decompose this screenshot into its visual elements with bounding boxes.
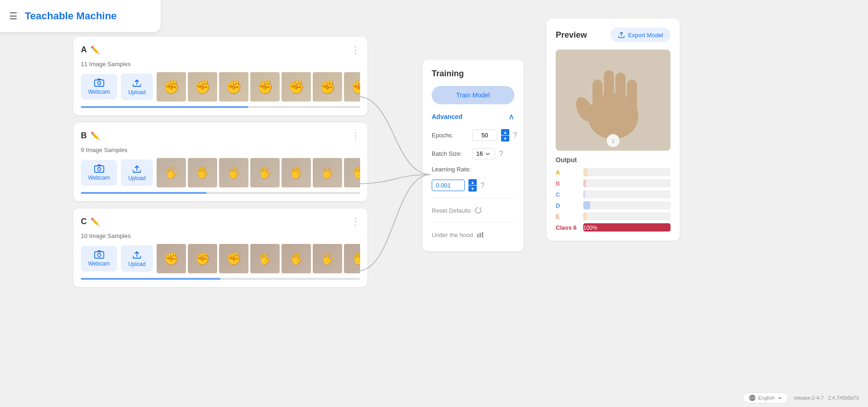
output-bar-d	[583, 201, 590, 209]
thumb-c-6: 🖐	[313, 244, 342, 273]
preview-image-area: ↓	[556, 50, 671, 151]
svg-rect-0	[95, 80, 104, 86]
class-a-actions: Webcam Upload ✊ ✊ ✊ ✊ ✊ ✊ ✊	[81, 72, 360, 102]
class-c-progress-bar	[81, 278, 360, 280]
class-a-more-icon[interactable]: ⋮	[351, 44, 360, 55]
language-selector[interactable]: English	[743, 392, 788, 403]
class-b-header: B ✏️ ⋮	[81, 130, 360, 141]
learning-rate-row: Learning Rate:	[432, 166, 514, 173]
batch-size-value: 16	[476, 150, 483, 157]
output-bar-b	[583, 179, 586, 187]
class-c-edit-icon[interactable]: ✏️	[90, 217, 100, 226]
svg-rect-10	[592, 79, 603, 116]
epochs-help-icon[interactable]: ?	[513, 131, 517, 140]
output-bar-container-b	[583, 179, 671, 187]
class-b-actions: Webcam Upload 🖐 🖐 🖐 🖐 🖐 🖐 🖐	[81, 158, 360, 187]
class-c-upload-button[interactable]: Upload	[121, 245, 153, 272]
thumb-b-4: 🖐	[250, 158, 280, 187]
download-arrow-icon: ↓	[607, 134, 620, 147]
hamburger-icon[interactable]: ☰	[9, 11, 17, 22]
thumb-c-5: 🖐	[282, 244, 311, 273]
header: ☰ Teachable Machine	[0, 0, 161, 32]
thumb-b-7: 🖐	[344, 158, 360, 187]
class-b-name-area: B ✏️	[81, 131, 100, 141]
learning-rate-input[interactable]	[432, 180, 465, 191]
class-a-name-area: A ✏️	[81, 45, 100, 55]
output-row-a: A	[556, 168, 671, 176]
class-a-upload-button[interactable]: Upload	[121, 73, 153, 100]
output-bar-c	[583, 190, 585, 198]
output-label-a: A	[556, 169, 579, 176]
learning-rate-label: Learning Rate:	[432, 166, 471, 173]
thumb-b-6: 🖐	[313, 158, 342, 187]
class-c-sample-count: 10 Image Samples	[81, 232, 360, 239]
preview-hand-svg	[567, 57, 659, 144]
thumb-c-4: 🖐	[250, 244, 280, 273]
class-b-webcam-button[interactable]: Webcam	[81, 160, 117, 186]
output-bar-e	[583, 212, 587, 220]
thumb-b-5: 🖐	[282, 158, 311, 187]
class-a-label: A	[81, 45, 87, 55]
class-a-edit-icon[interactable]: ✏️	[90, 45, 100, 54]
export-icon	[618, 31, 625, 39]
lr-up-button[interactable]: ▲	[468, 179, 477, 185]
export-model-button[interactable]: Export Model	[610, 28, 671, 42]
globe-icon	[749, 395, 755, 401]
thumb-c-3: ✊	[219, 244, 248, 273]
learning-rate-spinner: ▲ ▼	[468, 179, 477, 192]
advanced-section-header[interactable]: Advanced ∧	[432, 112, 514, 122]
class-c-webcam-button[interactable]: Webcam	[81, 246, 117, 271]
epochs-up-button[interactable]: ▲	[501, 129, 509, 135]
class-b-more-icon[interactable]: ⋮	[351, 130, 360, 141]
export-button-label: Export Model	[628, 32, 663, 39]
webcam-icon	[94, 79, 104, 87]
training-title: Training	[432, 69, 514, 79]
chevron-up-icon: ∧	[508, 112, 514, 122]
svg-rect-4	[95, 252, 104, 258]
class-a-webcam-button[interactable]: Webcam	[81, 74, 117, 100]
class-b-edit-icon[interactable]: ✏️	[90, 131, 100, 140]
svg-rect-6	[477, 234, 479, 237]
epochs-row: Epochs: ▲ ▼ ?	[432, 129, 514, 141]
preview-header: Preview Export Model	[556, 28, 671, 42]
class-card-c: C ✏️ ⋮ 10 Image Samples Webcam	[73, 209, 367, 287]
class-card-b: B ✏️ ⋮ 9 Image Samples Webcam	[73, 123, 367, 201]
output-row-d: D	[556, 201, 671, 209]
under-the-hood-label: Under the hood	[432, 232, 473, 238]
class-c-more-icon[interactable]: ⋮	[351, 216, 360, 227]
lr-help-icon[interactable]: ?	[480, 181, 485, 190]
epochs-input[interactable]	[472, 130, 497, 141]
reset-defaults-label: Reset Defaults	[432, 207, 471, 214]
class-c-header: C ✏️ ⋮	[81, 216, 360, 227]
epochs-down-button[interactable]: ▼	[501, 136, 509, 141]
epochs-spinner: ▲ ▼	[501, 129, 509, 141]
reset-defaults-button[interactable]: Reset Defaults	[432, 203, 514, 218]
thumb-a-4: ✊	[250, 72, 280, 102]
batch-size-dropdown[interactable]: 16	[472, 148, 495, 159]
output-bar-class6: 100%	[583, 223, 671, 232]
class-b-progress-fill	[81, 192, 207, 194]
output-title: Output	[556, 156, 671, 164]
language-dropdown-icon	[778, 396, 782, 400]
advanced-label: Advanced	[432, 113, 462, 120]
class-c-label: C	[81, 217, 87, 226]
chart-icon	[477, 231, 484, 238]
dropdown-chevron-icon	[485, 151, 491, 157]
output-bar-container-d	[583, 201, 671, 209]
train-model-button[interactable]: Train Model	[432, 86, 514, 104]
output-pct-class6: 100%	[583, 225, 600, 231]
class-a-sample-count: 11 Image Samples	[81, 61, 360, 68]
preview-spacer: Preview Export Model	[547, 37, 680, 407]
batch-size-row: Batch Size: 16 ?	[432, 148, 514, 159]
webcam-icon-b	[94, 164, 104, 173]
lr-down-button[interactable]: ▼	[468, 186, 477, 192]
svg-point-5	[97, 254, 101, 257]
output-list: A B C D	[556, 168, 671, 232]
class-b-upload-button[interactable]: Upload	[121, 159, 153, 186]
under-the-hood-button[interactable]: Under the hood	[432, 227, 514, 242]
batch-size-help-icon[interactable]: ?	[499, 150, 503, 158]
class-c-progress-fill	[81, 278, 220, 280]
output-bar-container-c	[583, 190, 671, 198]
divider-1	[432, 198, 514, 198]
output-row-class6: Class 6 100%	[556, 223, 671, 232]
